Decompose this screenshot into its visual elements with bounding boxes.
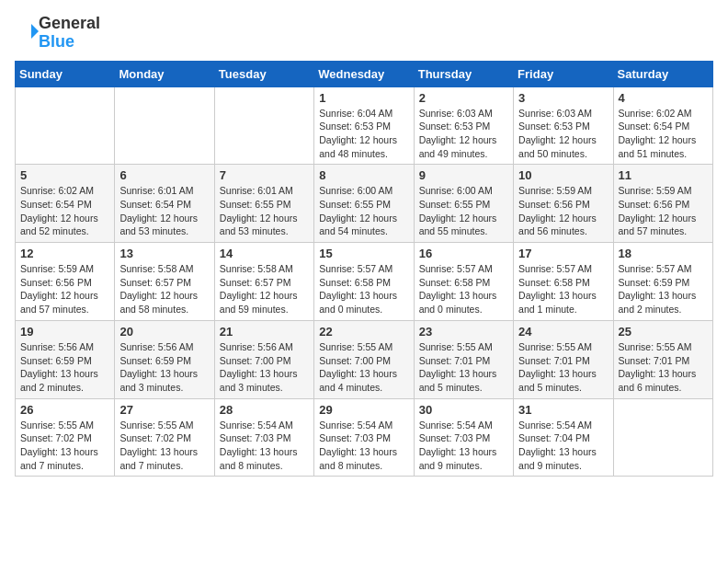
calendar-cell: 3Sunrise: 6:03 AM Sunset: 6:53 PM Daylig… bbox=[514, 86, 613, 165]
logo-text: GeneralBlue bbox=[39, 15, 100, 52]
day-number: 27 bbox=[119, 403, 209, 417]
logo: GeneralBlue bbox=[15, 15, 100, 52]
column-header-sunday: Sunday bbox=[16, 61, 115, 86]
calendar-cell: 21Sunrise: 5:56 AM Sunset: 7:00 PM Dayli… bbox=[214, 320, 313, 398]
day-info: Sunrise: 6:02 AM Sunset: 6:54 PM Dayligh… bbox=[20, 184, 109, 238]
calendar-cell: 2Sunrise: 6:03 AM Sunset: 6:53 PM Daylig… bbox=[414, 86, 513, 165]
day-info: Sunrise: 6:03 AM Sunset: 6:53 PM Dayligh… bbox=[419, 107, 508, 161]
calendar-cell: 24Sunrise: 5:55 AM Sunset: 7:01 PM Dayli… bbox=[514, 320, 613, 398]
calendar-cell: 6Sunrise: 6:01 AM Sunset: 6:54 PM Daylig… bbox=[115, 165, 214, 243]
day-number: 6 bbox=[119, 168, 209, 182]
calendar-cell: 4Sunrise: 6:02 AM Sunset: 6:54 PM Daylig… bbox=[613, 86, 712, 165]
day-info: Sunrise: 5:57 AM Sunset: 6:58 PM Dayligh… bbox=[419, 262, 508, 316]
calendar-cell: 9Sunrise: 6:00 AM Sunset: 6:55 PM Daylig… bbox=[414, 165, 513, 243]
day-number: 28 bbox=[220, 403, 309, 417]
day-info: Sunrise: 5:54 AM Sunset: 7:03 PM Dayligh… bbox=[319, 419, 408, 473]
day-info: Sunrise: 5:59 AM Sunset: 6:56 PM Dayligh… bbox=[619, 184, 708, 238]
calendar-week-row: 12Sunrise: 5:59 AM Sunset: 6:56 PM Dayli… bbox=[16, 243, 713, 321]
column-header-friday: Friday bbox=[514, 61, 613, 86]
day-number: 8 bbox=[319, 168, 408, 182]
day-info: Sunrise: 6:01 AM Sunset: 6:54 PM Dayligh… bbox=[119, 184, 209, 238]
day-info: Sunrise: 6:01 AM Sunset: 6:55 PM Dayligh… bbox=[220, 184, 309, 238]
calendar-cell: 12Sunrise: 5:59 AM Sunset: 6:56 PM Dayli… bbox=[16, 243, 115, 321]
day-number: 24 bbox=[518, 325, 608, 339]
day-number: 25 bbox=[619, 325, 708, 339]
calendar-cell: 30Sunrise: 5:54 AM Sunset: 7:03 PM Dayli… bbox=[414, 398, 513, 477]
column-header-saturday: Saturday bbox=[613, 61, 712, 86]
day-info: Sunrise: 5:56 AM Sunset: 6:59 PM Dayligh… bbox=[119, 340, 209, 395]
day-info: Sunrise: 6:00 AM Sunset: 6:55 PM Dayligh… bbox=[319, 184, 408, 238]
calendar-cell bbox=[613, 398, 712, 477]
day-number: 15 bbox=[319, 247, 408, 260]
day-info: Sunrise: 5:54 AM Sunset: 7:03 PM Dayligh… bbox=[220, 419, 309, 473]
calendar-cell: 5Sunrise: 6:02 AM Sunset: 6:54 PM Daylig… bbox=[16, 165, 115, 243]
day-number: 20 bbox=[119, 325, 209, 339]
day-number: 26 bbox=[20, 403, 109, 417]
day-number: 31 bbox=[518, 403, 608, 417]
day-info: Sunrise: 5:55 AM Sunset: 7:02 PM Dayligh… bbox=[119, 419, 209, 473]
calendar-cell: 8Sunrise: 6:00 AM Sunset: 6:55 PM Daylig… bbox=[314, 165, 414, 243]
day-number: 5 bbox=[20, 168, 109, 182]
day-info: Sunrise: 5:55 AM Sunset: 7:00 PM Dayligh… bbox=[319, 340, 408, 395]
day-info: Sunrise: 5:58 AM Sunset: 6:57 PM Dayligh… bbox=[220, 262, 309, 316]
column-header-thursday: Thursday bbox=[414, 61, 513, 86]
day-info: Sunrise: 5:57 AM Sunset: 6:59 PM Dayligh… bbox=[619, 262, 708, 316]
calendar-cell: 14Sunrise: 5:58 AM Sunset: 6:57 PM Dayli… bbox=[214, 243, 313, 321]
calendar-cell: 28Sunrise: 5:54 AM Sunset: 7:03 PM Dayli… bbox=[214, 398, 313, 477]
calendar-cell: 13Sunrise: 5:58 AM Sunset: 6:57 PM Dayli… bbox=[115, 243, 214, 321]
day-number: 2 bbox=[419, 91, 508, 105]
calendar-week-row: 5Sunrise: 6:02 AM Sunset: 6:54 PM Daylig… bbox=[16, 165, 713, 243]
day-info: Sunrise: 6:04 AM Sunset: 6:53 PM Dayligh… bbox=[319, 107, 408, 161]
day-number: 22 bbox=[319, 325, 408, 339]
day-info: Sunrise: 5:54 AM Sunset: 7:03 PM Dayligh… bbox=[419, 419, 508, 473]
day-number: 3 bbox=[518, 91, 608, 105]
calendar-table: SundayMondayTuesdayWednesdayThursdayFrid… bbox=[15, 61, 713, 477]
day-number: 10 bbox=[518, 168, 608, 182]
calendar-cell: 23Sunrise: 5:55 AM Sunset: 7:01 PM Dayli… bbox=[414, 320, 513, 398]
calendar-cell: 15Sunrise: 5:57 AM Sunset: 6:58 PM Dayli… bbox=[314, 243, 414, 321]
calendar-cell bbox=[115, 86, 214, 165]
svg-marker-0 bbox=[31, 24, 39, 39]
day-number: 17 bbox=[518, 247, 608, 260]
day-number: 1 bbox=[319, 91, 408, 105]
calendar-cell: 29Sunrise: 5:54 AM Sunset: 7:03 PM Dayli… bbox=[314, 398, 414, 477]
day-info: Sunrise: 5:55 AM Sunset: 7:01 PM Dayligh… bbox=[619, 340, 708, 395]
day-number: 19 bbox=[20, 325, 109, 339]
calendar-cell: 25Sunrise: 5:55 AM Sunset: 7:01 PM Dayli… bbox=[613, 320, 712, 398]
day-info: Sunrise: 5:55 AM Sunset: 7:02 PM Dayligh… bbox=[20, 419, 109, 473]
day-info: Sunrise: 5:57 AM Sunset: 6:58 PM Dayligh… bbox=[319, 262, 408, 316]
column-header-monday: Monday bbox=[115, 61, 214, 86]
calendar-cell: 27Sunrise: 5:55 AM Sunset: 7:02 PM Dayli… bbox=[115, 398, 214, 477]
calendar-cell: 11Sunrise: 5:59 AM Sunset: 6:56 PM Dayli… bbox=[613, 165, 712, 243]
calendar-cell: 22Sunrise: 5:55 AM Sunset: 7:00 PM Dayli… bbox=[314, 320, 414, 398]
day-info: Sunrise: 5:55 AM Sunset: 7:01 PM Dayligh… bbox=[419, 340, 508, 395]
day-number: 13 bbox=[119, 247, 209, 260]
calendar-week-row: 19Sunrise: 5:56 AM Sunset: 6:59 PM Dayli… bbox=[16, 320, 713, 398]
day-info: Sunrise: 5:54 AM Sunset: 7:04 PM Dayligh… bbox=[518, 419, 608, 473]
day-info: Sunrise: 6:03 AM Sunset: 6:53 PM Dayligh… bbox=[518, 107, 608, 161]
calendar-cell: 16Sunrise: 5:57 AM Sunset: 6:58 PM Dayli… bbox=[414, 243, 513, 321]
day-info: Sunrise: 5:55 AM Sunset: 7:01 PM Dayligh… bbox=[518, 340, 608, 395]
day-number: 9 bbox=[419, 168, 508, 182]
day-info: Sunrise: 5:59 AM Sunset: 6:56 PM Dayligh… bbox=[518, 184, 608, 238]
calendar-cell: 31Sunrise: 5:54 AM Sunset: 7:04 PM Dayli… bbox=[514, 398, 613, 477]
day-info: Sunrise: 5:58 AM Sunset: 6:57 PM Dayligh… bbox=[119, 262, 209, 316]
calendar-cell: 7Sunrise: 6:01 AM Sunset: 6:55 PM Daylig… bbox=[214, 165, 313, 243]
calendar-cell bbox=[214, 86, 313, 165]
calendar-cell: 18Sunrise: 5:57 AM Sunset: 6:59 PM Dayli… bbox=[613, 243, 712, 321]
day-number: 14 bbox=[220, 247, 309, 260]
day-number: 30 bbox=[419, 403, 508, 417]
calendar-cell: 17Sunrise: 5:57 AM Sunset: 6:58 PM Dayli… bbox=[514, 243, 613, 321]
day-number: 11 bbox=[619, 168, 708, 182]
day-number: 18 bbox=[619, 247, 708, 260]
day-number: 23 bbox=[419, 325, 508, 339]
page-header: GeneralBlue bbox=[15, 15, 713, 52]
calendar-cell: 26Sunrise: 5:55 AM Sunset: 7:02 PM Dayli… bbox=[16, 398, 115, 477]
day-info: Sunrise: 5:59 AM Sunset: 6:56 PM Dayligh… bbox=[20, 262, 109, 316]
day-info: Sunrise: 6:00 AM Sunset: 6:55 PM Dayligh… bbox=[419, 184, 508, 238]
column-header-tuesday: Tuesday bbox=[214, 61, 313, 86]
calendar-cell bbox=[16, 86, 115, 165]
day-number: 12 bbox=[20, 247, 109, 260]
day-number: 29 bbox=[319, 403, 408, 417]
calendar-week-row: 1Sunrise: 6:04 AM Sunset: 6:53 PM Daylig… bbox=[16, 86, 713, 165]
